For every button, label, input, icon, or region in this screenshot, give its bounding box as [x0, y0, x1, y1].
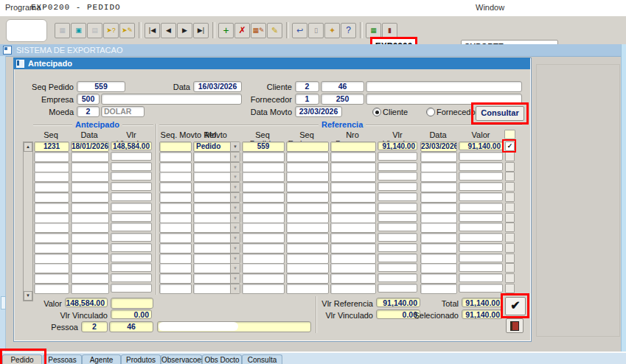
- cell-vlr-vincular[interactable]: [111, 284, 152, 293]
- scroll-up-icon[interactable]: ▲: [24, 142, 32, 152]
- cell-movto[interactable]: Pedido▼: [193, 141, 240, 152]
- chevron-down-icon[interactable]: ▼: [230, 203, 240, 212]
- fornecedor-radio[interactable]: [426, 108, 435, 116]
- row-checkbox[interactable]: [505, 152, 515, 161]
- row-checkbox[interactable]: [505, 182, 515, 192]
- cell-vlr-vincular[interactable]: [111, 223, 152, 231]
- chevron-down-icon[interactable]: ▼: [230, 172, 240, 181]
- cell-data[interactable]: [71, 213, 109, 223]
- cell-data-ref[interactable]: [420, 243, 457, 253]
- cell-seq-movto-ref[interactable]: [159, 172, 192, 182]
- cell-seq-pedido[interactable]: [242, 152, 285, 162]
- cell-seq-embarque[interactable]: [286, 182, 329, 192]
- cell-vlr-vincular[interactable]: [111, 253, 152, 262]
- cell-movto[interactable]: ▼: [193, 152, 240, 162]
- cell-vlr-vincular-ref[interactable]: [378, 243, 417, 252]
- cell-vlr-vincular-ref[interactable]: [378, 182, 417, 191]
- cliente-name-field[interactable]: [366, 81, 522, 92]
- cell-vlr-vincular-ref[interactable]: 91,140.00: [378, 141, 417, 150]
- undo-button[interactable]: ↩: [292, 23, 307, 38]
- cell-vlr-vincular[interactable]: [111, 273, 152, 282]
- cell-seq-embarque[interactable]: [286, 263, 329, 273]
- chevron-down-icon[interactable]: ▼: [230, 163, 240, 172]
- cell-data[interactable]: [71, 243, 109, 253]
- row-checkbox[interactable]: [505, 273, 515, 283]
- cell-movto[interactable]: ▼: [193, 213, 240, 223]
- tab-agente[interactable]: Agente: [82, 354, 121, 364]
- cell-vlr-vincular-ref[interactable]: [378, 253, 417, 262]
- cell-seq-pedido[interactable]: [242, 182, 285, 192]
- execute-query-button[interactable]: ➤?: [103, 23, 119, 38]
- row-checkbox[interactable]: [505, 213, 515, 223]
- cell-seq-movto-ref[interactable]: [159, 192, 192, 203]
- cell-data[interactable]: [71, 192, 109, 203]
- cell-seq[interactable]: [34, 203, 69, 213]
- cell-seq-movto-ref[interactable]: [159, 223, 192, 233]
- confirm-button[interactable]: ✔: [505, 297, 526, 315]
- cell-valor[interactable]: [459, 284, 503, 293]
- data-movto-field[interactable]: 23/03/2026: [295, 106, 342, 117]
- cell-data-ref[interactable]: [420, 152, 457, 162]
- cell-vlr-vincular-ref[interactable]: [378, 284, 417, 293]
- cell-vlr-vincular-ref[interactable]: [378, 152, 417, 161]
- cell-seq-embarque[interactable]: [286, 172, 329, 182]
- cell-nro-processo[interactable]: [330, 162, 376, 172]
- chevron-down-icon[interactable]: ▼: [230, 274, 240, 283]
- cell-seq-pedido[interactable]: [242, 223, 285, 233]
- cell-nro-processo[interactable]: [330, 284, 376, 294]
- cell-seq[interactable]: [34, 182, 69, 192]
- row-checkbox[interactable]: [505, 253, 515, 263]
- cell-seq[interactable]: [34, 172, 69, 182]
- exit-button[interactable]: ▮: [382, 23, 397, 38]
- clear-record-button[interactable]: ✎: [267, 23, 282, 38]
- row-checkbox[interactable]: [505, 223, 515, 232]
- cell-movto[interactable]: ▼: [193, 233, 240, 243]
- cell-nro-processo[interactable]: [330, 223, 376, 233]
- cell-seq-embarque[interactable]: [286, 284, 329, 294]
- cell-seq-embarque[interactable]: [286, 243, 329, 253]
- row-checkbox[interactable]: [505, 192, 515, 202]
- cell-seq-pedido[interactable]: [242, 162, 285, 172]
- cell-valor[interactable]: [459, 213, 503, 222]
- chevron-down-icon[interactable]: ▼: [230, 234, 240, 242]
- chevron-down-icon[interactable]: ▼: [230, 193, 240, 202]
- seq-pedido-field[interactable]: 559: [77, 81, 125, 92]
- row-checkbox[interactable]: [505, 172, 515, 181]
- fornecedor-name-field[interactable]: [366, 94, 522, 105]
- cell-valor[interactable]: [459, 243, 503, 252]
- cell-data-ref[interactable]: [420, 263, 457, 273]
- mdi-left-scrollbar[interactable]: [0, 56, 6, 351]
- insert-record-button[interactable]: +: [218, 23, 234, 38]
- cell-seq-movto-ref[interactable]: [159, 141, 192, 152]
- cell-seq[interactable]: [34, 213, 69, 223]
- tab-consulta[interactable]: Consulta: [242, 354, 282, 364]
- cell-seq[interactable]: [34, 243, 69, 253]
- cell-seq[interactable]: [34, 162, 69, 172]
- cell-movto[interactable]: ▼: [193, 243, 240, 253]
- cell-data-ref[interactable]: [420, 203, 457, 213]
- help-button[interactable]: ?: [341, 23, 356, 38]
- cliente-radio[interactable]: [372, 108, 381, 116]
- cell-valor[interactable]: [459, 192, 503, 201]
- empresa-field[interactable]: 500: [77, 94, 100, 105]
- cell-seq-pedido[interactable]: [242, 253, 285, 264]
- consultar-button[interactable]: Consultar: [476, 106, 524, 121]
- cell-seq-embarque[interactable]: [286, 213, 329, 223]
- cell-vlr-vincular[interactable]: [111, 172, 152, 181]
- chevron-down-icon[interactable]: ▼: [230, 223, 240, 232]
- cell-vlr-vincular[interactable]: [111, 192, 152, 201]
- cell-seq[interactable]: [34, 273, 69, 284]
- cell-vlr-vincular-ref[interactable]: [378, 223, 417, 231]
- row-checkbox[interactable]: [505, 284, 515, 293]
- cell-seq-movto-ref[interactable]: [159, 243, 192, 253]
- cell-seq-embarque[interactable]: [286, 233, 329, 243]
- cell-data-ref[interactable]: [420, 213, 457, 223]
- enter-query-button[interactable]: ➤✎: [119, 23, 135, 38]
- grid-scrollbar[interactable]: ▲ ▼: [23, 141, 33, 301]
- chevron-down-icon[interactable]: ▼: [230, 254, 240, 263]
- cell-seq-movto-ref[interactable]: [159, 213, 192, 223]
- cell-vlr-vincular[interactable]: [111, 263, 152, 272]
- cell-valor[interactable]: [459, 172, 503, 181]
- cell-data[interactable]: [71, 284, 109, 294]
- col-select-checkbox[interactable]: [504, 130, 515, 139]
